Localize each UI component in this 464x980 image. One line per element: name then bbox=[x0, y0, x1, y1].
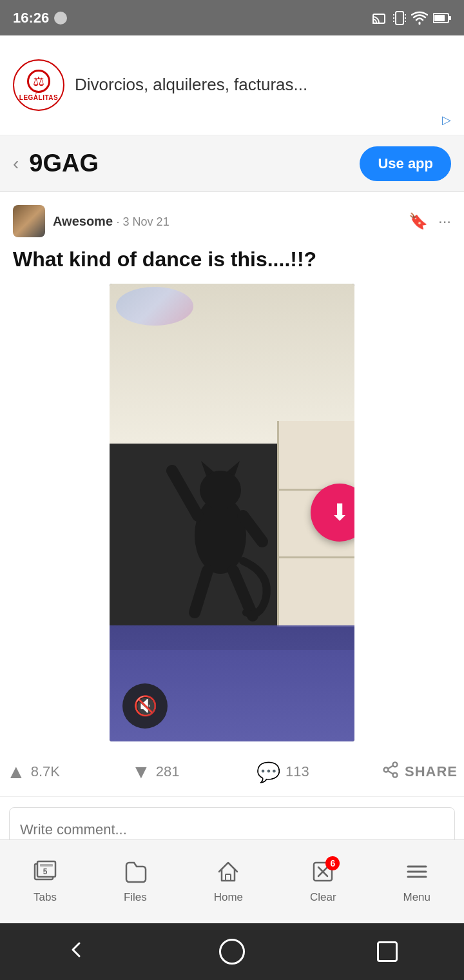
android-back-button[interactable] bbox=[66, 939, 87, 965]
upvote-icon: ▲ bbox=[6, 761, 26, 783]
engagement-bar: ▲ 8.7K ▼ 281 💬 113 SHARE bbox=[0, 748, 464, 797]
clear-badge: 6 bbox=[325, 856, 340, 870]
site-title: 9GAG bbox=[29, 150, 349, 177]
upvote-button[interactable]: ▲ 8.7K bbox=[6, 761, 131, 783]
ad-text: Divorcios, alquileres, facturas... bbox=[75, 74, 451, 96]
download-icon: ⬇ bbox=[330, 499, 349, 526]
files-icon bbox=[124, 860, 147, 888]
nav-files[interactable]: Files bbox=[124, 860, 147, 904]
browser-toolbar: ‹ 9GAG Use app bbox=[0, 135, 464, 192]
back-button[interactable]: ‹ bbox=[13, 153, 19, 174]
shelf-line-2 bbox=[279, 556, 354, 558]
time-display: 16:26 bbox=[13, 10, 49, 26]
android-home-circle bbox=[219, 939, 245, 965]
bookmark-icon[interactable]: 🔖 bbox=[409, 212, 428, 230]
post-meta: Awesome · 3 Nov 21 bbox=[53, 214, 409, 229]
svg-line-19 bbox=[233, 571, 253, 616]
use-app-button[interactable]: Use app bbox=[360, 146, 451, 181]
upvote-count: 8.7K bbox=[31, 763, 60, 780]
downvote-icon: ▼ bbox=[131, 761, 151, 783]
svg-rect-11 bbox=[449, 16, 451, 20]
post-channel: Awesome · 3 Nov 21 bbox=[53, 214, 409, 229]
dance-figure bbox=[162, 432, 278, 638]
svg-line-18 bbox=[195, 571, 208, 612]
content-area: Awesome · 3 Nov 21 🔖 ··· What kind of da… bbox=[0, 192, 464, 748]
ad-logo: LEGÁLITAS bbox=[13, 59, 64, 111]
files-label: Files bbox=[124, 891, 147, 904]
svg-line-21 bbox=[388, 765, 393, 769]
svg-point-13 bbox=[200, 471, 241, 509]
mute-icon: 🔇 bbox=[133, 694, 157, 717]
mute-button[interactable]: 🔇 bbox=[122, 683, 168, 729]
cast-icon bbox=[372, 10, 388, 26]
menu-icon bbox=[405, 860, 429, 888]
clear-icon: 6 bbox=[311, 860, 334, 888]
comment-button[interactable]: 💬 113 bbox=[256, 761, 382, 783]
home-label: Home bbox=[214, 891, 243, 904]
post-header: Awesome · 3 Nov 21 🔖 ··· bbox=[13, 205, 451, 237]
comment-icon: 💬 bbox=[256, 761, 280, 783]
status-time: 16:26 bbox=[13, 10, 67, 26]
wifi-icon bbox=[411, 11, 428, 25]
android-recents-icon bbox=[377, 941, 398, 962]
ad-brand-name: LEGÁLITAS bbox=[19, 94, 58, 101]
vibrate-icon bbox=[393, 10, 406, 26]
svg-text:5: 5 bbox=[43, 867, 48, 876]
bottom-nav: 5 Tabs Files Home bbox=[0, 839, 464, 923]
nav-menu[interactable]: Menu bbox=[403, 860, 430, 904]
android-recents-button[interactable] bbox=[377, 941, 398, 962]
ad-banner[interactable]: LEGÁLITAS Divorcios, alquileres, factura… bbox=[0, 35, 464, 135]
android-nav-bar bbox=[0, 923, 464, 980]
more-options-icon[interactable]: ··· bbox=[438, 212, 451, 230]
share-icon bbox=[382, 761, 400, 783]
battery-icon bbox=[433, 12, 451, 24]
svg-line-20 bbox=[388, 770, 393, 774]
status-bar: 16:26 bbox=[0, 0, 464, 35]
nav-home[interactable]: Home bbox=[214, 860, 243, 904]
status-dot-icon bbox=[54, 12, 67, 24]
status-icons bbox=[372, 10, 451, 26]
android-home-button[interactable] bbox=[219, 939, 245, 965]
downvote-button[interactable]: ▼ 281 bbox=[131, 761, 256, 783]
tabs-label: Tabs bbox=[34, 891, 57, 904]
post-title: What kind of dance is this....!!? bbox=[13, 246, 451, 273]
menu-label: Menu bbox=[403, 891, 430, 904]
post-video[interactable]: 🔇 ⬇ bbox=[110, 284, 354, 741]
post-actions: 🔖 ··· bbox=[409, 212, 451, 230]
ad-logo-symbol bbox=[27, 70, 50, 93]
tabs-icon: 5 bbox=[34, 860, 57, 888]
downvote-count: 281 bbox=[156, 763, 180, 780]
nav-clear[interactable]: 6 Clear bbox=[310, 860, 336, 904]
nav-tabs[interactable]: 5 Tabs bbox=[34, 860, 57, 904]
ad-text-main: Divorcios, alquileres, facturas... bbox=[75, 75, 307, 94]
avatar bbox=[13, 205, 45, 237]
home-icon bbox=[217, 860, 240, 888]
svg-rect-24 bbox=[40, 864, 53, 867]
svg-line-16 bbox=[172, 471, 198, 516]
svg-rect-2 bbox=[396, 12, 403, 24]
svg-rect-10 bbox=[434, 15, 445, 21]
ad-badge-icon: ▷ bbox=[442, 113, 451, 127]
room-ceiling bbox=[110, 284, 354, 444]
share-label: SHARE bbox=[405, 763, 458, 780]
share-button[interactable]: SHARE bbox=[382, 761, 458, 783]
post-date: 3 Nov 21 bbox=[123, 215, 169, 228]
svg-rect-26 bbox=[226, 874, 231, 881]
comment-count: 113 bbox=[285, 763, 309, 780]
dance-svg bbox=[162, 432, 278, 638]
clear-label: Clear bbox=[310, 891, 336, 904]
